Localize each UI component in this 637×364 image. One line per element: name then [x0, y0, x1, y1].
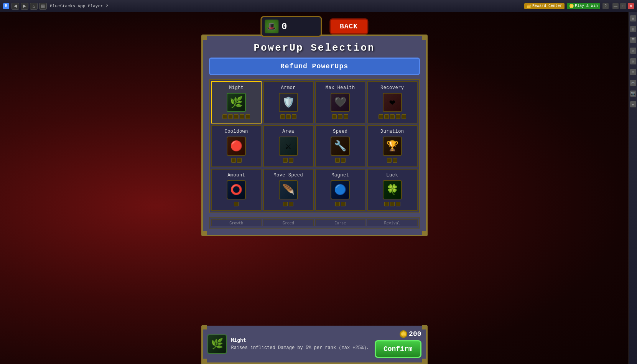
movespeed-icon: 🪶: [279, 180, 298, 199]
sidebar-icon-2[interactable]: ◎: [630, 26, 636, 32]
corner-bl: [202, 231, 207, 236]
corner-tl: [202, 35, 207, 40]
dot: [393, 158, 397, 163]
cooldown-dots: [231, 158, 242, 163]
dot: [292, 114, 296, 119]
sidebar-icon-5[interactable]: ⚙: [630, 58, 636, 64]
info-corner-tr: [422, 325, 427, 329]
dot: [222, 114, 227, 119]
dot: [387, 158, 392, 163]
app-icon: B: [3, 3, 9, 9]
reward-center-badge[interactable]: 👑 Reward Center: [524, 3, 565, 9]
close-button[interactable]: ✕: [628, 3, 634, 9]
reward-area: 👑 Reward Center 🪙 Play & Win ?: [524, 3, 609, 9]
duration-icon: 🏆: [383, 137, 402, 156]
nav-controls: ◀ ▶ ⌂ ▦: [12, 3, 47, 10]
dot: [396, 114, 400, 119]
info-bar: 🌿 Might Raises inflicted Damage by 5% pe…: [201, 326, 428, 364]
movespeed-dots: [283, 202, 293, 206]
power-cell-maxhealth[interactable]: Max Health 🖤: [315, 81, 366, 124]
dot: [379, 114, 383, 119]
power-cell-magnet[interactable]: Magnet 🔵: [315, 169, 366, 211]
recovery-icon: ❤️: [383, 93, 402, 112]
right-sidebar: ⊞ ◎ ☰ ⊕ ⚙ ⌨ 🎮 📷 ★: [629, 12, 637, 364]
power-cell-amount[interactable]: Amount ⭕: [211, 169, 262, 211]
sidebar-icon-1[interactable]: ⊞: [630, 15, 636, 21]
dot: [234, 202, 239, 206]
dialog-title: PowerUp Selection: [209, 42, 420, 54]
dot: [237, 158, 242, 163]
maxhealth-name: Max Health: [326, 85, 355, 91]
dot: [234, 114, 239, 119]
cooldown-name: Cooldown: [224, 129, 248, 134]
power-cell-duration[interactable]: Duration 🏆: [367, 125, 418, 167]
dot: [245, 114, 250, 119]
power-description: Raises inflicted Damage by 5% per rank (…: [231, 344, 370, 351]
powerup-dialog: PowerUp Selection Refund PowerUps Might …: [201, 35, 428, 236]
sidebar-icon-4[interactable]: ⊕: [630, 48, 636, 54]
reward-center-label: Reward Center: [532, 4, 562, 8]
recovery-dots: [379, 114, 406, 119]
folder-nav-button[interactable]: ▦: [39, 3, 47, 10]
info-corner-br: [422, 359, 427, 363]
power-cell-armor[interactable]: Armor 🛡️: [263, 81, 314, 124]
cooldown-icon: 🔴: [227, 137, 246, 156]
play-win-icon: 🪙: [569, 4, 574, 8]
might-name: Might: [229, 85, 244, 91]
dot: [228, 114, 233, 119]
dot: [240, 114, 244, 119]
area-icon: ⚔️: [279, 137, 298, 156]
sidebar-icon-7[interactable]: 🎮: [630, 80, 636, 86]
dot: [384, 202, 389, 206]
info-corner-tl: [202, 325, 207, 329]
play-win-badge[interactable]: 🪙 Play & Win: [567, 3, 600, 9]
forward-nav-button[interactable]: ▶: [21, 3, 28, 10]
play-win-label: Play & Win: [575, 4, 598, 8]
maximize-button[interactable]: □: [620, 3, 626, 9]
back-button[interactable]: BACK: [329, 18, 368, 35]
movespeed-name: Move Speed: [273, 173, 303, 178]
dot: [332, 114, 337, 119]
area-name: Area: [282, 129, 294, 134]
speed-icon: 🔧: [331, 137, 350, 156]
refund-button[interactable]: Refund PowerUps: [209, 58, 420, 75]
confirm-button[interactable]: Confirm: [375, 340, 421, 358]
minimize-button[interactable]: —: [612, 3, 619, 9]
maxhealth-icon: 🖤: [331, 93, 350, 112]
luck-dots: [384, 202, 400, 206]
corner-br: [422, 231, 427, 236]
power-cell-speed[interactable]: Speed 🔧: [315, 125, 366, 167]
power-cell-recovery[interactable]: Recovery ❤️: [367, 81, 418, 124]
power-cell-cooldown[interactable]: Cooldown 🔴: [211, 125, 262, 167]
dot: [338, 114, 342, 119]
recovery-name: Recovery: [380, 85, 404, 91]
power-cell-luck[interactable]: Luck 🍀: [367, 169, 418, 211]
dot: [396, 202, 400, 206]
dot: [335, 202, 340, 206]
speed-dots: [335, 158, 346, 163]
help-button[interactable]: ?: [602, 3, 609, 9]
magnet-name: Magnet: [331, 173, 349, 178]
app-title: BlueStacks App Player 2: [50, 4, 524, 8]
home-nav-button[interactable]: ⌂: [30, 3, 38, 10]
amount-name: Amount: [227, 173, 245, 178]
dot: [335, 158, 340, 163]
magnet-dots: [335, 202, 346, 206]
dot: [384, 114, 389, 119]
back-nav-button[interactable]: ◀: [12, 3, 19, 10]
dot: [283, 202, 288, 206]
dot: [231, 158, 236, 163]
sidebar-icon-3[interactable]: ☰: [630, 37, 636, 43]
sidebar-icon-9[interactable]: ★: [630, 101, 636, 107]
dot: [289, 158, 293, 163]
more-powers-hint: Growth Greed Curse Revival: [209, 217, 420, 229]
info-corner-bl: [202, 359, 207, 363]
sidebar-icon-6[interactable]: ⌨: [630, 69, 636, 75]
power-cell-might[interactable]: Might 🌿: [211, 81, 262, 124]
power-cell-movespeed[interactable]: Move Speed 🪶: [263, 169, 314, 211]
dot: [283, 158, 288, 163]
power-cell-area[interactable]: Area ⚔️: [263, 125, 314, 167]
luck-name: Luck: [386, 173, 398, 178]
sidebar-icon-8[interactable]: 📷: [630, 91, 636, 97]
armor-dots: [280, 114, 296, 119]
